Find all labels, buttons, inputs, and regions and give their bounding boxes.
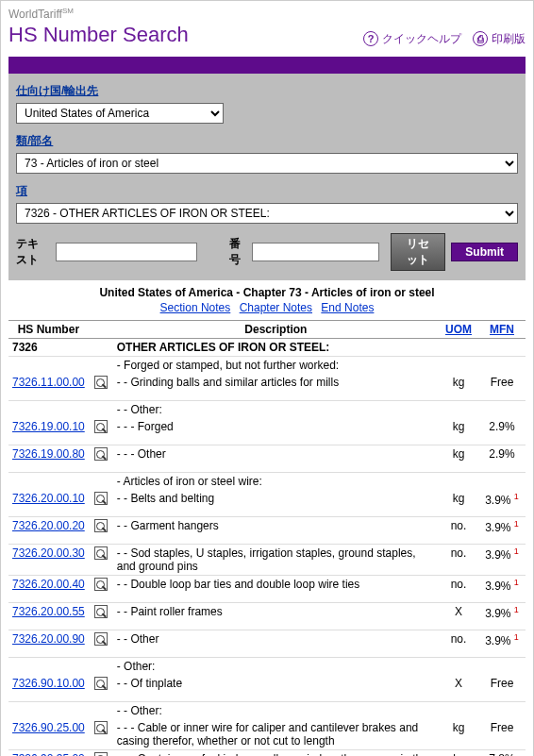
magnifier-icon[interactable] <box>94 677 108 690</box>
hs-code-link[interactable]: 7326.90.25.00 <box>12 721 85 734</box>
magnifier-icon[interactable] <box>94 420 108 433</box>
hs-code-link[interactable]: 7326.11.00.00 <box>12 376 85 389</box>
uom-cell: X <box>439 603 478 630</box>
mfn-cell: 2.9% <box>478 418 526 445</box>
section-notes-link[interactable]: Section Notes <box>160 301 231 314</box>
description-text: - - Other <box>117 632 159 646</box>
mfn-cell: 3.9% 1 <box>478 490 526 517</box>
magnifier-icon[interactable] <box>94 546 108 560</box>
magnifier-icon[interactable] <box>94 752 108 756</box>
hs-code-link[interactable]: 7326.90.35.00 <box>12 752 85 756</box>
reset-button[interactable]: リセット <box>391 233 445 271</box>
table-row: - Forged or stamped, but not further wor… <box>8 357 526 375</box>
col-hs: HS Number <box>8 321 89 339</box>
description-text: - - Double loop bar ties and double loop… <box>117 578 359 591</box>
mfn-cell: 3.9% 1 <box>478 630 526 658</box>
table-row: 7326.20.00.10- - Belts and beltingkg3.9%… <box>8 490 526 517</box>
category-select[interactable]: 73 - Articles of iron or steel <box>16 153 518 174</box>
description-text: - - Grinding balls and similar articles … <box>117 376 339 389</box>
hs-code-link[interactable]: 7326.20.00.90 <box>12 632 85 646</box>
chapter-title: United States of America - Chapter 73 - … <box>8 286 526 299</box>
table-row: 7326.90.10.00- - Of tinplateXFree <box>8 675 526 702</box>
uom-cell <box>439 339 478 357</box>
mfn-cell <box>478 702 526 720</box>
table-row: - - Other: <box>8 401 526 419</box>
uom-cell: kg <box>439 445 478 473</box>
number-input[interactable] <box>252 243 379 261</box>
mfn-cell <box>478 357 526 375</box>
heading-select[interactable]: 7326 - OTHER ARTICLES OF IRON OR STEEL: <box>16 203 518 224</box>
chapter-notes-link[interactable]: Chapter Notes <box>240 301 312 314</box>
mfn-cell: 3.9% 1 <box>478 603 526 630</box>
magnifier-icon[interactable] <box>94 376 108 389</box>
magnifier-icon[interactable] <box>94 721 108 734</box>
hs-code-link[interactable]: 7326.20.00.40 <box>12 578 85 591</box>
brand: WorldTariffSM <box>8 7 526 21</box>
col-uom[interactable]: UOM <box>439 321 478 339</box>
quick-help-link[interactable]: ? クイックヘルプ <box>363 31 461 47</box>
description-text: - - Of tinplate <box>117 677 182 690</box>
table-row: 7326.20.00.40- - Double loop bar ties an… <box>8 576 526 603</box>
table-row: 7326.19.00.80- - - Otherkg2.9% <box>8 445 526 473</box>
uom-cell <box>439 401 478 419</box>
hs-code-link[interactable]: 7326.19.00.10 <box>12 420 85 433</box>
magnifier-icon[interactable] <box>94 447 108 461</box>
hs-code-link[interactable]: 7326.19.00.80 <box>12 447 85 461</box>
col-desc: Description <box>113 321 439 339</box>
description-text: - - - Cable or inner wire for caliper an… <box>117 721 418 748</box>
description-text: - - Garment hangers <box>117 519 219 532</box>
uom-cell: X <box>439 675 478 702</box>
hs-code-link[interactable]: 7326.20.00.55 <box>12 605 85 618</box>
uom-cell: no. <box>439 545 478 576</box>
table-row: - Other: <box>8 658 526 676</box>
uom-cell: kg <box>439 418 478 445</box>
uom-cell: no. <box>439 630 478 658</box>
uom-cell <box>439 357 478 375</box>
text-input[interactable] <box>56 243 197 261</box>
description-text: - - Sod staples, U staples, irrigation s… <box>117 546 416 573</box>
table-row: - - Other: <box>8 702 526 720</box>
end-notes-link[interactable]: End Notes <box>321 301 374 314</box>
mfn-cell: 3.9% 1 <box>478 576 526 603</box>
uom-cell <box>439 473 478 491</box>
col-mfn[interactable]: MFN <box>478 321 526 339</box>
magnifier-icon[interactable] <box>94 605 108 618</box>
page-title: HS Number Search <box>8 23 189 47</box>
magnifier-icon[interactable] <box>94 492 108 505</box>
table-row: 7326.20.00.55- - Paint roller framesX3.9… <box>8 603 526 630</box>
mfn-cell: 2.9% <box>478 445 526 473</box>
magnifier-icon[interactable] <box>94 578 108 591</box>
table-row: - Articles of iron or steel wire: <box>8 473 526 491</box>
print-link[interactable]: ⎙ 印刷版 <box>473 31 526 47</box>
description-text: - - Paint roller frames <box>117 605 223 618</box>
description-text: - Forged or stamped, but not further wor… <box>117 359 339 372</box>
uom-cell: kg <box>439 374 478 401</box>
mfn-cell: Free <box>478 675 526 702</box>
hs-code-link[interactable]: 7326.90.10.00 <box>12 677 85 690</box>
help-icon: ? <box>363 31 378 46</box>
mfn-cell <box>478 473 526 491</box>
description-text: - - - Other <box>117 447 166 461</box>
hs-code-link[interactable]: 7326.20.00.20 <box>12 519 85 532</box>
footnote-ref: 1 <box>514 546 519 556</box>
heading-label: 項 <box>16 183 27 199</box>
footnote-ref: 1 <box>514 492 519 501</box>
text-label: テキスト <box>16 236 50 268</box>
table-row: 7326.20.00.30- - Sod staples, U staples,… <box>8 545 526 576</box>
uom-cell: kg <box>439 719 478 750</box>
submit-button[interactable]: Submit <box>451 243 518 261</box>
divider-bar <box>8 57 526 74</box>
hs-code: 7326 <box>12 341 38 354</box>
search-panel: 仕向け国/輸出先 United States of America 類/部名 7… <box>8 74 526 280</box>
description-text: - Articles of iron or steel wire: <box>117 475 262 488</box>
description-text: - - Belts and belting <box>117 492 214 505</box>
hs-code-link[interactable]: 7326.20.00.10 <box>12 492 85 505</box>
print-icon: ⎙ <box>473 31 488 46</box>
magnifier-icon[interactable] <box>94 519 108 532</box>
magnifier-icon[interactable] <box>94 632 108 646</box>
country-select[interactable]: United States of America <box>16 103 224 124</box>
hs-code-link[interactable]: 7326.20.00.30 <box>12 546 85 560</box>
table-row: 7326OTHER ARTICLES OF IRON OR STEEL: <box>8 339 526 357</box>
description-text: - - - Containers of a kind normally carr… <box>117 752 428 756</box>
description-text: - - Other: <box>117 403 162 416</box>
